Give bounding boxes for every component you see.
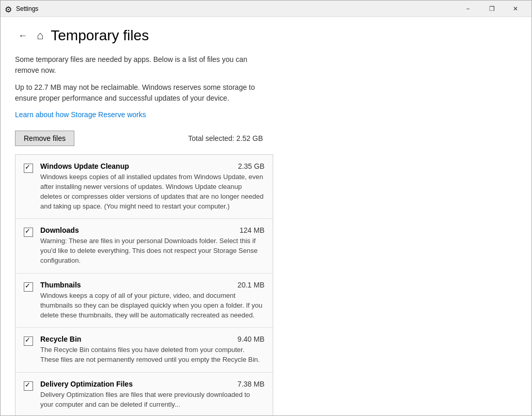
- title-bar-controls: − ❐ ✕: [456, 1, 527, 17]
- page-header: ← ⌂ Temporary files: [15, 27, 517, 44]
- file-info-4: Delivery Optimization Files7.38 MBDelive…: [40, 380, 264, 410]
- storage-reserve-link[interactable]: Learn about how Storage Reserve works: [15, 110, 146, 119]
- content-area: ← ⌂ Temporary files Some temporary files…: [1, 17, 531, 416]
- file-name-0: Windows Update Cleanup: [40, 162, 129, 170]
- file-checkbox-0[interactable]: [24, 164, 33, 173]
- action-row: Remove files Total selected: 2.52 GB: [15, 131, 263, 146]
- file-checkbox-4[interactable]: [24, 381, 33, 391]
- description-block: Some temporary files are needed by apps.…: [15, 54, 263, 119]
- file-desc-2: Windows keeps a copy of all of your pict…: [40, 291, 264, 321]
- file-checkbox-3[interactable]: [24, 337, 33, 346]
- file-info-3: Recycle Bin9.40 MBThe Recycle Bin contai…: [40, 335, 264, 365]
- file-item: Downloads124 MBWarning: These are files …: [15, 219, 273, 274]
- file-size-4: 7.38 MB: [238, 380, 264, 388]
- close-button[interactable]: ✕: [504, 1, 527, 17]
- file-info-1: Downloads124 MBWarning: These are files …: [40, 226, 264, 266]
- file-name-2: Thumbnails: [40, 281, 81, 289]
- file-list: Windows Update Cleanup2.35 GBWindows kee…: [15, 154, 273, 416]
- file-header-3: Recycle Bin9.40 MB: [40, 335, 264, 343]
- file-header-2: Thumbnails20.1 MB: [40, 281, 264, 289]
- title-bar-title: Settings: [16, 5, 456, 12]
- file-info-2: Thumbnails20.1 MBWindows keeps a copy of…: [40, 281, 264, 321]
- back-button[interactable]: ←: [15, 29, 30, 42]
- description-line2: Up to 22.7 MB may not be reclaimable. Wi…: [15, 82, 263, 104]
- file-checkbox-2[interactable]: [24, 282, 33, 292]
- remove-files-button[interactable]: Remove files: [15, 131, 74, 146]
- description-line1: Some temporary files are needed by apps.…: [15, 54, 263, 76]
- file-desc-4: Delivery Optimization files are files th…: [40, 390, 264, 410]
- file-size-2: 20.1 MB: [238, 281, 264, 289]
- minimize-button[interactable]: −: [456, 1, 480, 17]
- file-size-3: 9.40 MB: [238, 335, 264, 343]
- file-name-1: Downloads: [40, 226, 79, 234]
- file-info-0: Windows Update Cleanup2.35 GBWindows kee…: [40, 162, 264, 211]
- file-name-4: Delivery Optimization Files: [40, 380, 133, 388]
- file-desc-0: Windows keeps copies of all installed up…: [40, 172, 264, 211]
- file-size-0: 2.35 GB: [238, 162, 264, 170]
- file-desc-3: The Recycle Bin contains files you have …: [40, 345, 264, 365]
- file-size-1: 124 MB: [240, 226, 264, 234]
- total-selected-label: Total selected: 2.52 GB: [188, 134, 263, 142]
- file-item: Delivery Optimization Files7.38 MBDelive…: [15, 373, 273, 416]
- settings-icon: ⚙: [5, 5, 13, 13]
- main-panel: ← ⌂ Temporary files Some temporary files…: [1, 17, 531, 416]
- home-icon: ⌂: [37, 29, 43, 42]
- file-item: Windows Update Cleanup2.35 GBWindows kee…: [15, 155, 273, 219]
- title-bar: ⚙ Settings − ❐ ✕: [1, 1, 531, 17]
- file-item: Thumbnails20.1 MBWindows keeps a copy of…: [15, 274, 273, 328]
- file-name-3: Recycle Bin: [40, 335, 81, 343]
- page-title: Temporary files: [51, 27, 149, 44]
- file-header-0: Windows Update Cleanup2.35 GB: [40, 162, 264, 170]
- file-item: Recycle Bin9.40 MBThe Recycle Bin contai…: [15, 328, 273, 373]
- maximize-button[interactable]: ❐: [480, 1, 504, 17]
- file-header-1: Downloads124 MB: [40, 226, 264, 234]
- file-header-4: Delivery Optimization Files7.38 MB: [40, 380, 264, 388]
- file-checkbox-1[interactable]: [24, 228, 33, 237]
- file-desc-1: Warning: These are files in your persona…: [40, 236, 264, 266]
